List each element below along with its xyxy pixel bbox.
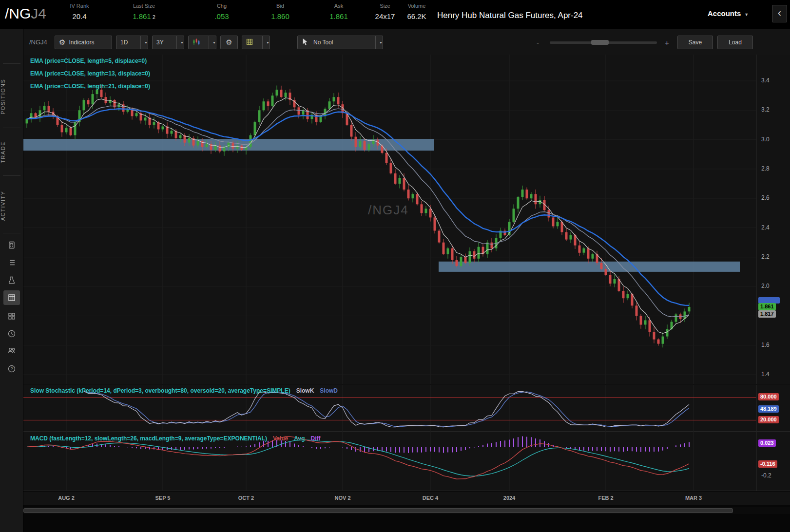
- users-icon[interactable]: [3, 343, 20, 358]
- macd-pane[interactable]: MACD (fastLength=12, slowLength=26, macd…: [0, 432, 790, 491]
- timeframe-value: 1D: [120, 39, 128, 46]
- zoom-out-button[interactable]: -: [537, 38, 539, 47]
- tool-label: No Tool: [313, 39, 333, 46]
- sidebar-tab-trade[interactable]: TRADE: [0, 133, 23, 172]
- divider: [3, 128, 20, 128]
- header-bar: /NGJ4 IV Rank 20.4 Last Size 1.8612 Chg …: [0, 0, 790, 29]
- date-axis: AUG 2SEP 5OCT 2NOV 2DEC 42024FEB 2MAR 3: [0, 492, 790, 505]
- chevron-down-icon: ▼: [209, 36, 216, 49]
- load-button[interactable]: Load: [717, 36, 753, 49]
- oversold-bubble: 20.000: [758, 416, 779, 423]
- stat-value: 24x17: [375, 12, 395, 20]
- chevron-down-icon: ▼: [176, 36, 184, 49]
- stat-value: .053: [214, 12, 229, 20]
- stat-label: Last Size: [121, 3, 167, 9]
- stat-last-size: Last Size 1.8612: [121, 3, 167, 21]
- save-button[interactable]: Save: [677, 36, 713, 49]
- zoom-slider-handle[interactable]: [591, 40, 609, 45]
- help-icon[interactable]: ?: [3, 361, 20, 376]
- divider: [3, 233, 20, 233]
- dashboard-icon[interactable]: [3, 309, 20, 323]
- grid-icon: [246, 38, 253, 47]
- left-sidebar: POSITIONS TRADE ACTIVITY ?: [0, 29, 23, 532]
- stat-value: 20.4: [72, 12, 86, 20]
- indicators-icon: ⚙: [59, 38, 65, 47]
- accounts-menu[interactable]: Accounts▼: [708, 9, 749, 18]
- timeframe-dropdown[interactable]: 1D ▼: [116, 36, 148, 49]
- macd-value-bubble: -0.116: [758, 460, 777, 468]
- grid-layout-dropdown[interactable]: ▼: [242, 36, 270, 49]
- slowk-legend: SlowK: [296, 387, 314, 394]
- chart-grid-icon[interactable]: [3, 290, 20, 305]
- date-axis-label: FEB 2: [598, 495, 613, 501]
- stochastic-pane[interactable]: Slow Stochastic (kPeriod=14, dPeriod=3, …: [0, 385, 790, 432]
- macd-study-label[interactable]: MACD (fastLength=12, slowLength=26, macd…: [30, 435, 320, 442]
- zoom-slider-track[interactable]: [550, 41, 657, 44]
- svg-text:?: ?: [10, 366, 13, 371]
- chevron-left-icon: ‹: [778, 7, 781, 19]
- macd-value-legend: Value: [273, 435, 288, 442]
- range-value: 3Y: [156, 39, 164, 46]
- chevron-down-icon: ▼: [744, 12, 749, 17]
- macd-avg-legend: Avg: [294, 435, 305, 442]
- stat-label: Chg: [201, 3, 243, 9]
- macd-title: MACD (fastLength=12, slowLength=26, macd…: [30, 435, 267, 442]
- date-axis-label: 2024: [503, 495, 515, 501]
- ema13-study-label[interactable]: EMA (price=CLOSE, length=13, displace=0): [30, 70, 150, 77]
- last-price-bubble: 1.861: [758, 303, 776, 310]
- clock-icon[interactable]: [3, 326, 20, 341]
- price-chart-svg[interactable]: [0, 55, 790, 384]
- secondary-price-bubble: 1.817: [758, 310, 776, 318]
- divider: [3, 175, 20, 176]
- indicators-button[interactable]: ⚙ Indicators: [55, 36, 112, 49]
- stochastic-study-label[interactable]: Slow Stochastic (kPeriod=14, dPeriod=3, …: [30, 387, 338, 394]
- divider: [3, 63, 20, 64]
- instrument-title: Henry Hub Natural Gas Futures, Apr-24: [437, 11, 583, 20]
- ema5-study-label[interactable]: EMA (price=CLOSE, length=5, displace=0): [30, 57, 147, 64]
- accounts-label: Accounts: [708, 9, 741, 18]
- slowk-value-bubble: 48.189: [758, 405, 779, 413]
- beaker-icon[interactable]: [3, 273, 20, 287]
- slowd-legend: SlowD: [320, 387, 338, 394]
- drawing-tool-dropdown[interactable]: No Tool ▼: [297, 36, 383, 49]
- collapse-panel-button[interactable]: ‹: [772, 5, 787, 22]
- date-axis-label: OCT 2: [238, 495, 254, 501]
- chart-toolbar: /NGJ4 ⚙ Indicators 1D ▼ 3Y ▼ ▼ ⚙ ▼ No To…: [23, 29, 790, 55]
- stat-volume: Volume 66.2K: [397, 3, 436, 21]
- chart-scrollbar[interactable]: [0, 507, 790, 514]
- date-axis-label: DEC 4: [423, 495, 438, 501]
- stat-ask: Ask 1.861: [318, 3, 360, 21]
- macd-axis-label: -0.2: [761, 472, 771, 479]
- date-axis-label: MAR 3: [685, 495, 702, 501]
- chart-type-dropdown[interactable]: ▼: [188, 36, 216, 49]
- stat-value: 66.2K: [407, 12, 426, 20]
- chart-settings-button[interactable]: ⚙: [220, 36, 238, 49]
- sidebar-tab-activity[interactable]: ACTIVITY: [0, 181, 23, 230]
- chart-symbol-label: /NGJ4: [29, 38, 47, 46]
- stat-size-value: 2: [153, 14, 155, 20]
- stochastic-title: Slow Stochastic (kPeriod=14, dPeriod=3, …: [30, 387, 290, 394]
- symbol-main: /NG: [5, 5, 31, 21]
- macd-diff-legend: Diff: [310, 435, 320, 442]
- symbol-logo: /NGJ4: [5, 5, 46, 22]
- ema21-study-label[interactable]: EMA (price=CLOSE, length=21, displace=0): [30, 83, 150, 90]
- stat-value: 1.861: [133, 12, 151, 20]
- chart-watermark: /NGJ4: [368, 203, 409, 218]
- date-axis-label: AUG 2: [58, 495, 75, 501]
- stat-iv-rank: IV Rank 20.4: [58, 3, 101, 21]
- stat-label: Ask: [318, 3, 360, 9]
- list-icon[interactable]: [3, 255, 20, 270]
- overbought-bubble: 80.000: [758, 393, 779, 400]
- scrollbar-handle[interactable]: [23, 508, 733, 513]
- sidebar-tab-positions[interactable]: POSITIONS: [0, 68, 23, 125]
- candlestick-icon: [193, 38, 200, 47]
- range-dropdown[interactable]: 3Y ▼: [152, 36, 184, 49]
- monitor-icon[interactable]: [3, 238, 20, 252]
- gear-icon: ⚙: [226, 38, 232, 47]
- chevron-down-icon: ▼: [262, 36, 270, 49]
- stat-label: Volume: [397, 3, 436, 9]
- stat-value: 1.861: [329, 12, 348, 20]
- zoom-in-button[interactable]: +: [665, 38, 669, 47]
- chevron-down-icon: ▼: [375, 36, 383, 49]
- price-chart-pane[interactable]: /NGJ4 EMA (price=CLOSE, length=5, displa…: [0, 55, 790, 384]
